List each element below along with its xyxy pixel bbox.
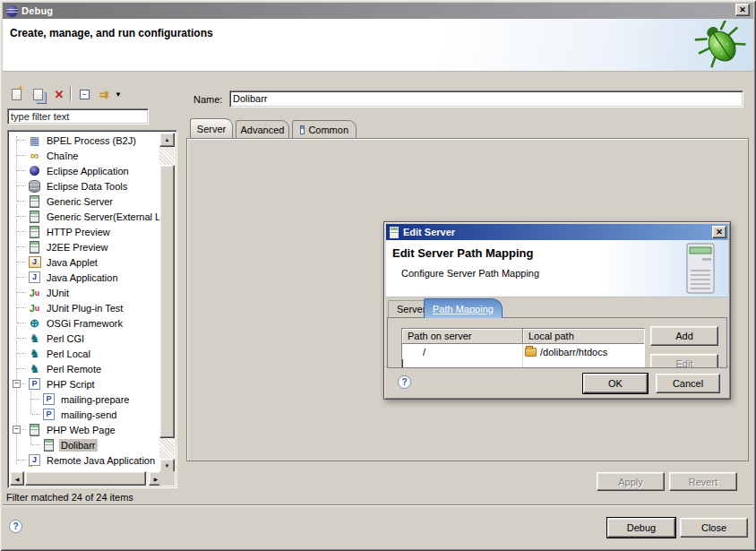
server-icon (28, 241, 41, 254)
server-tower-icon (685, 243, 716, 294)
junit-plugin-icon (28, 302, 41, 314)
tree-item-chaine[interactable]: Chaîne (10, 148, 161, 163)
eclipse-logo-icon (6, 5, 18, 17)
tree-item-perl-cgi[interactable]: Perl CGI (10, 331, 161, 346)
tree-item-osgi-framework[interactable]: OSGi Framework (10, 315, 161, 331)
duplicate-icon (33, 89, 43, 100)
window-close-button[interactable] (735, 4, 750, 16)
table-icon (300, 125, 305, 134)
vertical-scroll-thumb[interactable] (159, 165, 175, 438)
server-icon (28, 226, 41, 238)
tree-item-eclipse-application[interactable]: Eclipse Application (10, 163, 161, 178)
footer-separator (3, 504, 753, 506)
perl-camel-icon (28, 363, 41, 375)
tree-item-eclipse-data-tools[interactable]: Eclipse Data Tools (10, 178, 161, 194)
revert-button[interactable]: Revert (669, 472, 737, 491)
tree-item-remote-java-application[interactable]: Remote Java Application (10, 452, 161, 468)
tree-item-generic-server-external[interactable]: Generic Server(External La (10, 209, 161, 224)
tree-item-bpel-process[interactable]: BPEL Process (B2J) (10, 133, 161, 148)
tree-item-mailing-prepare[interactable]: mailing-prepare (10, 392, 161, 407)
tree-item-dolibarr[interactable]: Dolibarr (10, 437, 161, 452)
tree-item-http-preview[interactable]: HTTP Preview (10, 224, 161, 239)
configurations-tree: BPEL Process (B2J) Chaîne Eclipse Applic… (7, 130, 177, 488)
filter-input[interactable]: type filter text (7, 108, 149, 125)
php-icon (42, 409, 56, 421)
collapse-all-button[interactable]: − (75, 86, 93, 102)
bug-icon (694, 21, 748, 69)
delete-icon (55, 88, 64, 101)
add-mapping-button[interactable]: Add (650, 326, 718, 346)
dialog-help-icon[interactable]: ? (398, 375, 411, 389)
help-icon[interactable]: ? (9, 520, 22, 533)
tab-server[interactable]: Server (190, 118, 233, 138)
dialog-close-button[interactable] (712, 226, 726, 238)
ok-button[interactable]: OK (583, 374, 648, 393)
scroll-left-button[interactable]: ◀ (10, 471, 24, 486)
dialog-heading: Edit Server Path Mapping (392, 246, 533, 260)
column-header-local-path[interactable]: Local path (523, 329, 644, 344)
folder-icon (525, 348, 537, 357)
tree-item-generic-server[interactable]: Generic Server (10, 194, 161, 209)
name-label: Name: (193, 94, 222, 105)
osgi-icon (28, 317, 41, 330)
tree-item-java-application[interactable]: Java Application (10, 270, 161, 285)
filter-icon: ⇉ (99, 88, 109, 101)
tab-advanced[interactable]: Advanced (236, 120, 289, 138)
apply-button[interactable]: Apply (597, 472, 665, 491)
duplicate-configuration-button[interactable] (29, 86, 47, 102)
collapse-all-icon: − (80, 90, 90, 99)
java-applet-icon (28, 256, 41, 269)
new-configuration-icon (12, 89, 21, 100)
collapse-expander-icon[interactable] (13, 426, 21, 434)
close-button[interactable]: Close (680, 518, 748, 538)
tree-item-j2ee-preview[interactable]: J2EE Preview (10, 239, 161, 254)
server-icon (42, 439, 56, 452)
tree-items: BPEL Process (B2J) Chaîne Eclipse Applic… (10, 133, 161, 471)
debug-button[interactable]: Debug (607, 518, 675, 538)
bpel-process-icon (28, 134, 41, 147)
scrollbar-corner (159, 471, 175, 486)
scroll-up-button[interactable]: ▲ (159, 133, 175, 147)
new-configuration-button[interactable] (7, 86, 25, 102)
edit-server-titlebar[interactable]: Edit Server (386, 224, 728, 240)
tree-item-perl-local[interactable]: Perl Local (10, 346, 161, 361)
tree-item-php-script[interactable]: PHP Script (10, 376, 161, 392)
name-input[interactable]: Dolibarr (229, 90, 743, 108)
tree-item-junit[interactable]: JUnit (10, 285, 161, 300)
tree-item-junit-plugin-test[interactable]: JUnit Plug-in Test (10, 300, 161, 315)
table-row[interactable]: / /dolibarr/htdocs (402, 344, 644, 359)
perl-camel-icon (28, 332, 41, 345)
collapse-expander-icon[interactable] (13, 380, 21, 388)
tree-vertical-scrollbar[interactable]: ▲ ▼ (159, 133, 175, 473)
filter-button[interactable]: ⇉ (95, 86, 113, 102)
eclipse-sphere-icon (28, 165, 41, 177)
column-header-path-on-server[interactable]: Path on server (402, 329, 523, 344)
delete-configuration-button[interactable] (50, 86, 68, 102)
php-icon (28, 378, 41, 391)
cell-local-path: /dolibarr/htdocs (523, 344, 644, 359)
tree-horizontal-scrollbar[interactable]: ◀ ▶ (10, 471, 163, 486)
dialog-tab-path-mapping[interactable]: Path Mapping (424, 298, 503, 318)
dialog-subheading: Configure Server Path Mapping (401, 268, 539, 279)
server-icon (28, 211, 41, 223)
junit-icon (28, 287, 41, 299)
server-icon (390, 227, 399, 238)
dialog-banner: Create, manage, and run configurations (3, 19, 753, 72)
toolbar-menu-button[interactable]: ▼ (113, 86, 124, 102)
window-titlebar[interactable]: Debug (3, 3, 753, 19)
remote-java-icon (28, 454, 41, 467)
tree-item-mailing-send[interactable]: mailing-send (10, 407, 161, 422)
tree-item-java-applet[interactable]: Java Applet (10, 254, 161, 270)
tree-item-perl-remote[interactable]: Perl Remote (10, 361, 161, 376)
php-icon (42, 393, 56, 406)
tab-common[interactable]: Common (292, 120, 357, 138)
path-mapping-panel: Path on server Local path / /dolibarr/ht… (387, 317, 727, 368)
debug-configurations-window: Debug Create, manage, and run configurat… (0, 0, 756, 551)
tree-item-php-web-page[interactable]: PHP Web Page (10, 422, 161, 437)
horizontal-scroll-thumb[interactable] (25, 471, 146, 486)
chain-icon (28, 150, 41, 162)
cancel-button[interactable]: Cancel (656, 374, 720, 393)
edit-mapping-button[interactable]: Edit (650, 354, 718, 368)
path-mapping-table[interactable]: Path on server Local path / /dolibarr/ht… (401, 328, 645, 368)
window-title: Debug (21, 5, 53, 16)
